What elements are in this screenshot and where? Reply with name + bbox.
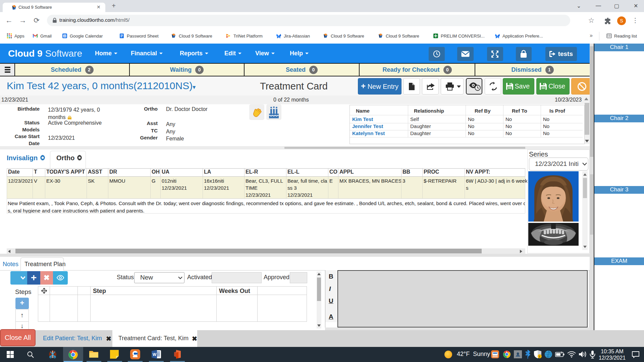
svg-text:!: ! [539,355,540,358]
svg-text:22: 22 [63,35,66,37]
svg-text:W: W [153,352,157,357]
